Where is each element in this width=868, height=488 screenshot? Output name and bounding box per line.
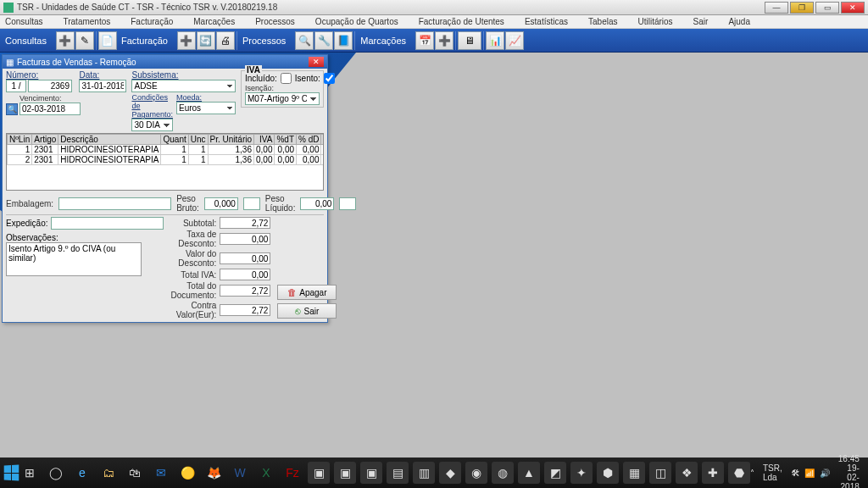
lines-grid[interactable]: NºLin Artigo Descrição Quant Unc Pr. Uni… bbox=[6, 133, 324, 191]
vencimento-input[interactable] bbox=[19, 103, 81, 115]
app14-icon[interactable]: ◫ bbox=[649, 462, 671, 484]
tray-network-icon[interactable]: 📶 bbox=[804, 469, 815, 478]
app11-icon[interactable]: ✦ bbox=[570, 462, 593, 484]
exped-input[interactable] bbox=[51, 217, 164, 230]
app1-icon[interactable]: ▣ bbox=[308, 462, 330, 484]
tray-tool-icon[interactable]: 🛠 bbox=[791, 469, 799, 478]
pesoliq-unit-input[interactable] bbox=[339, 197, 356, 210]
edge-icon[interactable]: e bbox=[71, 462, 93, 484]
minimize-button[interactable]: — bbox=[765, 2, 788, 14]
app12-icon[interactable]: ⬢ bbox=[597, 462, 619, 484]
pesobruto-input[interactable] bbox=[204, 197, 238, 210]
trash-icon: 🗑 bbox=[287, 287, 297, 297]
toolbar-fact-print-icon[interactable]: 🖨 bbox=[216, 31, 235, 50]
start-button[interactable] bbox=[3, 461, 19, 485]
subsistema-select[interactable]: ADSE bbox=[131, 80, 236, 92]
toolbar-proc-config-icon[interactable]: 🔧 bbox=[314, 31, 333, 50]
toolbar-extra1-icon[interactable]: 📊 bbox=[486, 31, 504, 50]
app7-icon[interactable]: ◉ bbox=[465, 462, 487, 484]
app10-icon[interactable]: ◩ bbox=[544, 462, 566, 484]
lookup-icon[interactable]: 🔍 bbox=[6, 103, 18, 115]
toolbar-consultas-edit-icon[interactable]: ✎ bbox=[75, 31, 94, 50]
firefox-icon[interactable]: 🦊 bbox=[203, 462, 225, 484]
app17-icon[interactable]: ⬣ bbox=[728, 462, 750, 484]
toolbar-facturacao-doc-icon[interactable]: 📄 bbox=[98, 31, 117, 50]
toolbar-extra2-icon[interactable]: 📈 bbox=[505, 31, 524, 50]
tray-vol-icon[interactable]: 🔊 bbox=[820, 469, 830, 478]
explorer-icon[interactable]: 🗂 bbox=[97, 462, 120, 484]
system-tray: ˄ TSR, Lda 🛠 📶 🔊 16:45 19-02-2018 💬 bbox=[750, 454, 868, 488]
app13-icon[interactable]: ▦ bbox=[623, 462, 645, 484]
menu-tabelas[interactable]: Tabelas bbox=[588, 17, 617, 26]
taskbar-clock[interactable]: 16:45 19-02-2018 bbox=[838, 454, 860, 488]
isen-select[interactable]: M07-Artigo 9º CIVA bbox=[245, 92, 320, 105]
iva-incl-check[interactable] bbox=[281, 73, 292, 84]
menu-processos[interactable]: Processos bbox=[255, 17, 295, 26]
close-button[interactable]: ✕ bbox=[841, 2, 865, 14]
store-icon[interactable]: 🛍 bbox=[124, 462, 146, 484]
pesobruto-unit-input[interactable] bbox=[243, 197, 260, 210]
embalagem-input[interactable] bbox=[58, 197, 171, 210]
menu-ajuda[interactable]: Ajuda bbox=[728, 17, 750, 26]
menu-bar: Consultas Tratamentos Facturação Marcaçõ… bbox=[0, 15, 868, 29]
excel-icon[interactable]: X bbox=[255, 462, 277, 484]
app3-icon[interactable]: ▣ bbox=[360, 462, 382, 484]
menu-utilitarios[interactable]: Utilitários bbox=[637, 17, 672, 26]
totaldoc-value bbox=[220, 285, 270, 297]
outlook-icon[interactable]: ✉ bbox=[150, 462, 172, 484]
toolbar-consultas-new-icon[interactable]: ➕ bbox=[56, 31, 75, 50]
word-icon[interactable]: W bbox=[229, 462, 251, 484]
iva-isento-check[interactable] bbox=[324, 73, 335, 84]
taskview-icon[interactable]: ⊞ bbox=[19, 462, 41, 484]
toolbar-screen-icon[interactable]: 🖥 bbox=[458, 31, 481, 50]
menu-facturacao[interactable]: Facturação bbox=[131, 17, 173, 26]
sair-button[interactable]: ⎋Sair bbox=[277, 303, 337, 319]
cortana-icon[interactable]: ◯ bbox=[45, 462, 67, 484]
chrome-icon[interactable]: 🟡 bbox=[176, 462, 198, 484]
moeda-select[interactable]: Euros bbox=[176, 102, 236, 114]
app16-icon[interactable]: ✚ bbox=[702, 462, 724, 484]
taxa-label: Taxa de Desconto: bbox=[170, 230, 216, 248]
app2-icon[interactable]: ▣ bbox=[334, 462, 356, 484]
numero-input[interactable] bbox=[28, 80, 72, 92]
apagar-button[interactable]: 🗑Apagar bbox=[277, 285, 337, 300]
menu-consultas[interactable]: Consultas bbox=[5, 17, 42, 26]
contra-label: Contra Valor(Eur): bbox=[170, 301, 216, 319]
menu-estatisticas[interactable]: Estatísticas bbox=[525, 17, 568, 26]
app5-icon[interactable]: ▥ bbox=[413, 462, 435, 484]
restore-button[interactable]: ❐ bbox=[790, 2, 814, 14]
toolbar-proc-item-icon[interactable]: 📘 bbox=[334, 31, 353, 50]
tray-up-icon[interactable]: ˄ bbox=[750, 469, 754, 478]
numero-prefix-input[interactable] bbox=[6, 80, 26, 92]
menu-fact-utentes[interactable]: Facturação de Utentes bbox=[419, 17, 504, 26]
subtotal-value bbox=[220, 217, 270, 229]
maximize-button[interactable]: ▭ bbox=[815, 2, 839, 14]
toolbar-proc-search-icon[interactable]: 🔍 bbox=[295, 31, 314, 50]
toolbar-fact-refresh-icon[interactable]: 🔄 bbox=[197, 31, 215, 50]
toolbar-marc-cal-icon[interactable]: 📅 bbox=[415, 31, 434, 50]
table-row[interactable]: 12301HIDROCINESIOTERAPIA111,360,000,000,… bbox=[8, 145, 325, 155]
invoice-dialog: ▦ Facturas de Vendas - Remoção ✕ Número:… bbox=[2, 54, 328, 323]
obs-textarea[interactable]: Isento Artigo 9.º do CIVA (ou similar) bbox=[6, 242, 142, 276]
toolbar-fact-new-icon[interactable]: ➕ bbox=[177, 31, 196, 50]
app8-icon[interactable]: ◍ bbox=[492, 462, 514, 484]
toolbar-marc-add-icon[interactable]: ➕ bbox=[435, 31, 453, 50]
app6-icon[interactable]: ◆ bbox=[439, 462, 461, 484]
dialog-close-button[interactable]: ✕ bbox=[309, 57, 324, 67]
dialog-title-bar[interactable]: ▦ Facturas de Vendas - Remoção ✕ bbox=[3, 55, 327, 69]
exit-icon: ⎋ bbox=[295, 306, 301, 316]
app4-icon[interactable]: ▤ bbox=[387, 462, 409, 484]
app-icon bbox=[3, 3, 14, 13]
menu-tratamentos[interactable]: Tratamentos bbox=[63, 17, 110, 26]
pesoliq-label: Peso Líquido: bbox=[265, 194, 296, 213]
cond-select[interactable]: 30 DIAS bbox=[131, 119, 173, 131]
pesoliq-input[interactable] bbox=[300, 197, 334, 210]
app15-icon[interactable]: ❖ bbox=[676, 462, 698, 484]
app9-icon[interactable]: ▲ bbox=[518, 462, 540, 484]
taxa-value[interactable] bbox=[220, 233, 270, 245]
filezilla-icon[interactable]: Fz bbox=[281, 462, 303, 484]
menu-sair[interactable]: Sair bbox=[693, 17, 709, 26]
menu-marcacoes[interactable]: Marcações bbox=[193, 17, 235, 26]
table-row[interactable]: 22301HIDROCINESIOTERAPIA111,360,000,000,… bbox=[8, 155, 325, 165]
menu-ocupacao[interactable]: Ocupação de Quartos bbox=[315, 17, 398, 26]
